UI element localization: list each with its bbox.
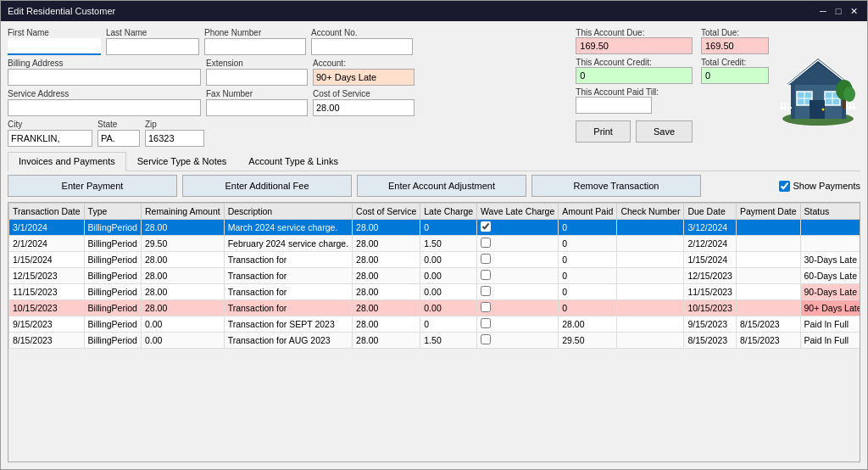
- cost-of-service-label: Cost of Service: [313, 89, 415, 98]
- main-content: First Name Last Name Phone Number Accoun…: [1, 21, 867, 469]
- tab-invoices-payments[interactable]: Invoices and Payments: [8, 152, 126, 171]
- this-account-due-label: This Account Due:: [576, 28, 693, 37]
- cost-of-service-input[interactable]: [313, 99, 415, 116]
- cell-late: 0.00: [420, 252, 477, 268]
- table-row[interactable]: 9/15/2023BillingPeriod0.00Transaction fo…: [9, 316, 861, 333]
- wave-checkbox[interactable]: [481, 221, 491, 232]
- table-row[interactable]: 2/1/2024BillingPeriod29.50February 2024 …: [9, 236, 861, 252]
- table-row[interactable]: 10/15/2023BillingPeriod28.00Transaction …: [9, 300, 861, 316]
- save-button[interactable]: Save: [636, 120, 693, 143]
- cell-wave: [477, 316, 559, 333]
- action-buttons-row: Enter Payment Enter Additional Fee Enter…: [8, 175, 860, 197]
- table-row[interactable]: 1/15/2024BillingPeriod28.00Transaction f…: [9, 252, 861, 268]
- cell-cost: 28.00: [353, 236, 420, 252]
- cell-payment-date: 8/15/2023: [736, 316, 800, 333]
- last-name-input[interactable]: [106, 38, 199, 55]
- minimize-button[interactable]: ─: [816, 4, 830, 18]
- table-row[interactable]: 3/1/2024BillingPeriod28.00March 2024 ser…: [9, 220, 861, 236]
- th-type: Type: [84, 204, 141, 220]
- cell-late: 0.00: [420, 300, 477, 316]
- account-status-label: Account:: [313, 59, 415, 68]
- first-name-input[interactable]: [8, 38, 101, 55]
- cell-type: BillingPeriod: [84, 316, 141, 333]
- extension-input[interactable]: [206, 69, 308, 86]
- cell-wave: [477, 268, 559, 284]
- cell-description: March 2024 service charge.: [224, 220, 352, 236]
- info-column-1: This Account Due: 169.50 This Account Cr…: [576, 28, 693, 147]
- phone-input[interactable]: [204, 38, 306, 55]
- fax-label: Fax Number: [206, 89, 308, 98]
- cell-check: [617, 316, 684, 333]
- wave-checkbox[interactable]: [481, 286, 491, 296]
- cell-check: [617, 284, 684, 300]
- cell-description: Transaction for: [224, 268, 352, 284]
- print-button[interactable]: Print: [576, 120, 631, 143]
- enter-account-adjustment-button[interactable]: Enter Account Adjustment: [357, 175, 526, 197]
- cell-remaining: 28.00: [141, 220, 224, 236]
- zip-input[interactable]: [145, 130, 204, 147]
- account-no-group: Account No.: [311, 28, 413, 55]
- wave-checkbox[interactable]: [481, 270, 491, 280]
- enter-payment-button[interactable]: Enter Payment: [8, 175, 177, 197]
- total-credit-field: Total Credit: 0: [701, 58, 769, 84]
- form-area: First Name Last Name Phone Number Accoun…: [8, 28, 560, 147]
- th-status: Status: [800, 204, 860, 220]
- table-row[interactable]: 12/15/2023BillingPeriod28.00Transaction …: [9, 268, 861, 284]
- cell-wave: [477, 300, 559, 316]
- cell-payment-date: [736, 220, 800, 236]
- wave-checkbox[interactable]: [481, 238, 491, 248]
- transactions-table-container[interactable]: Transaction Date Type Remaining Amount D…: [8, 202, 860, 462]
- cell-due-date: 8/15/2023: [684, 333, 737, 349]
- cell-remaining: 0.00: [141, 316, 224, 333]
- state-group: State: [97, 120, 140, 147]
- svg-point-13: [821, 109, 824, 111]
- cell-type: BillingPeriod: [84, 236, 141, 252]
- th-check: Check Number: [617, 204, 684, 220]
- table-row[interactable]: 11/15/2023BillingPeriod28.00Transaction …: [9, 284, 861, 300]
- cell-payment-date: 8/15/2023: [736, 333, 800, 349]
- account-no-input[interactable]: [311, 38, 413, 55]
- cell-amount-paid: 0: [559, 268, 617, 284]
- show-payments-checkbox[interactable]: [779, 181, 790, 192]
- first-name-label: First Name: [8, 28, 101, 37]
- wave-checkbox[interactable]: [481, 254, 491, 264]
- th-wave: Wave Late Charge: [477, 204, 559, 220]
- this-account-paid-till-input[interactable]: [576, 97, 652, 114]
- billing-address-input[interactable]: [8, 69, 201, 86]
- enter-additional-fee-button[interactable]: Enter Additional Fee: [182, 175, 352, 197]
- tab-account-type-links[interactable]: Account Type & Links: [237, 152, 349, 171]
- maximize-button[interactable]: □: [832, 4, 845, 18]
- cell-cost: 28.00: [353, 300, 420, 316]
- remove-transaction-button[interactable]: Remove Transaction: [531, 175, 701, 197]
- wave-checkbox[interactable]: [481, 302, 491, 312]
- cell-type: BillingPeriod: [84, 284, 141, 300]
- first-name-group: First Name: [8, 28, 101, 55]
- cell-wave: [477, 220, 559, 236]
- cost-of-service-group: Cost of Service: [313, 89, 415, 116]
- cell-due-date: 11/15/2023: [684, 284, 737, 300]
- service-address-group: Service Address: [8, 89, 201, 116]
- state-input[interactable]: [97, 130, 140, 147]
- fax-group: Fax Number: [206, 89, 308, 116]
- cell-late: 0.00: [420, 284, 477, 300]
- service-address-input[interactable]: [8, 99, 201, 116]
- cell-payment-date: [736, 300, 800, 316]
- table-row[interactable]: 8/15/2023BillingPeriod0.00Transaction fo…: [9, 333, 861, 349]
- cell-amount-paid: 0: [559, 300, 617, 316]
- cell-status: Paid In Full: [800, 316, 860, 333]
- tab-service-type-notes[interactable]: Service Type & Notes: [126, 152, 238, 171]
- close-button[interactable]: ✕: [847, 4, 860, 18]
- cell-check: [617, 236, 684, 252]
- cell-cost: 28.00: [353, 268, 420, 284]
- wave-checkbox[interactable]: [481, 318, 491, 328]
- fax-input[interactable]: [206, 99, 308, 116]
- total-due-field: Total Due: 169.50: [701, 28, 769, 54]
- svg-rect-16: [784, 103, 786, 110]
- cell-type: BillingPeriod: [84, 268, 141, 284]
- city-input[interactable]: [8, 130, 92, 147]
- svg-rect-21: [853, 103, 854, 110]
- info-column-2: Total Due: 169.50 Total Credit: 0: [701, 28, 769, 147]
- wave-checkbox[interactable]: [481, 334, 491, 344]
- cell-due-date: 2/12/2024: [684, 236, 737, 252]
- this-account-credit-label: This Account Credit:: [576, 58, 693, 67]
